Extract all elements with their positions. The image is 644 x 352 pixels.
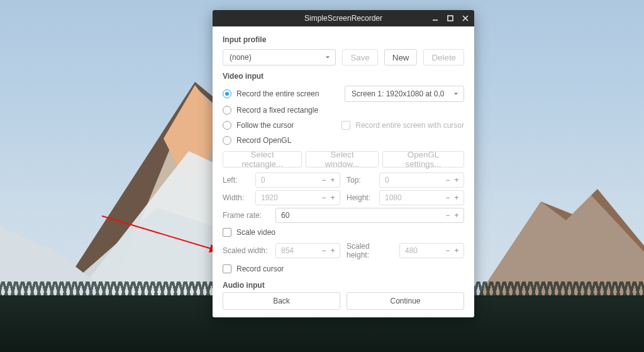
minus-icon: − bbox=[321, 246, 327, 255]
input-profile-heading: Input profile bbox=[223, 35, 464, 44]
scaled-width-spinner: 854 −+ bbox=[275, 243, 340, 258]
window-content: Input profile (none) Save New Delete Vid… bbox=[213, 26, 474, 292]
minus-icon: − bbox=[445, 176, 451, 185]
width-spinner: 1920 −+ bbox=[255, 190, 340, 205]
chevron-down-icon bbox=[453, 89, 458, 98]
scaled-width-label: Scaled width: bbox=[223, 246, 269, 255]
select-rectangle-button: Select rectangle... bbox=[223, 151, 302, 167]
radio-follow-cursor[interactable]: Follow the cursor bbox=[223, 118, 294, 132]
top-label: Top: bbox=[347, 176, 373, 185]
plus-icon: + bbox=[453, 246, 460, 255]
scaled-height-label: Scaled height: bbox=[347, 242, 393, 259]
plus-icon: + bbox=[453, 193, 460, 202]
continue-button[interactable]: Continue bbox=[347, 292, 464, 310]
height-spinner: 1080 −+ bbox=[379, 190, 464, 205]
radio-record-opengl[interactable]: Record OpenGL bbox=[223, 133, 464, 147]
top-spinner: 0 −+ bbox=[379, 173, 464, 188]
titlebar: SimpleScreenRecorder bbox=[213, 10, 474, 26]
plus-icon: + bbox=[330, 193, 336, 202]
check-scale-video[interactable]: Scale video bbox=[223, 225, 464, 239]
back-button[interactable]: Back bbox=[223, 292, 340, 310]
radio-fixed-rectangle-label: Record a fixed rectangle bbox=[236, 106, 318, 115]
left-label: Left: bbox=[223, 176, 249, 185]
maximize-icon[interactable] bbox=[445, 13, 455, 23]
radio-record-entire-label: Record the entire screen bbox=[236, 89, 319, 98]
delete-button[interactable]: Delete bbox=[423, 49, 464, 65]
minimize-icon[interactable] bbox=[430, 13, 440, 23]
framerate-spinner[interactable]: 60 −+ bbox=[275, 208, 464, 223]
check-scale-video-label: Scale video bbox=[236, 228, 275, 237]
top-value: 0 bbox=[380, 176, 441, 185]
scaled-height-spinner: 480 −+ bbox=[399, 243, 464, 258]
screen-select[interactable]: Screen 1: 1920x1080 at 0,0 bbox=[345, 86, 464, 102]
video-input-heading: Video input bbox=[223, 72, 464, 81]
svg-rect-10 bbox=[448, 16, 453, 21]
left-spinner: 0 −+ bbox=[255, 173, 340, 188]
left-value: 0 bbox=[256, 176, 317, 185]
check-entire-with-cursor: Record entire screen with cursor bbox=[341, 118, 464, 132]
minus-icon: − bbox=[445, 246, 451, 255]
scaled-height-value: 480 bbox=[400, 246, 441, 255]
radio-record-entire[interactable]: Record the entire screen bbox=[223, 87, 319, 101]
width-value: 1920 bbox=[256, 193, 317, 202]
minus-icon: − bbox=[445, 193, 451, 202]
plus-icon[interactable]: + bbox=[453, 211, 460, 220]
minus-icon[interactable]: − bbox=[445, 211, 451, 220]
height-label: Height: bbox=[347, 193, 373, 202]
width-label: Width: bbox=[223, 193, 249, 202]
framerate-label: Frame rate: bbox=[223, 211, 269, 220]
opengl-settings-button: OpenGL settings... bbox=[382, 151, 464, 167]
radio-follow-cursor-label: Follow the cursor bbox=[236, 121, 294, 130]
framerate-value: 60 bbox=[276, 211, 441, 220]
screen-select-value: Screen 1: 1920x1080 at 0,0 bbox=[352, 89, 444, 98]
minus-icon: − bbox=[321, 176, 327, 185]
check-entire-with-cursor-label: Record entire screen with cursor bbox=[355, 121, 464, 130]
plus-icon: + bbox=[330, 176, 336, 185]
input-profile-select[interactable]: (none) bbox=[223, 49, 336, 65]
audio-input-heading: Audio input bbox=[223, 281, 464, 290]
desktop: SimpleScreenRecorder Input profile (none… bbox=[0, 0, 644, 352]
height-value: 1080 bbox=[380, 193, 441, 202]
input-profile-value: (none) bbox=[230, 53, 252, 62]
minus-icon: − bbox=[321, 193, 327, 202]
check-record-cursor-label: Record cursor bbox=[236, 264, 284, 273]
app-window: SimpleScreenRecorder Input profile (none… bbox=[213, 10, 474, 317]
plus-icon: + bbox=[330, 246, 336, 255]
select-window-button: Select window... bbox=[306, 151, 379, 167]
radio-record-opengl-label: Record OpenGL bbox=[236, 136, 291, 145]
save-button[interactable]: Save bbox=[342, 49, 377, 65]
check-record-cursor[interactable]: Record cursor bbox=[223, 262, 464, 276]
scaled-width-value: 854 bbox=[276, 246, 317, 255]
close-icon[interactable] bbox=[460, 13, 470, 23]
new-button[interactable]: New bbox=[384, 49, 418, 65]
plus-icon: + bbox=[453, 176, 460, 185]
radio-fixed-rectangle[interactable]: Record a fixed rectangle bbox=[223, 103, 464, 117]
window-title: SimpleScreenRecorder bbox=[304, 14, 382, 23]
chevron-down-icon bbox=[325, 53, 330, 62]
